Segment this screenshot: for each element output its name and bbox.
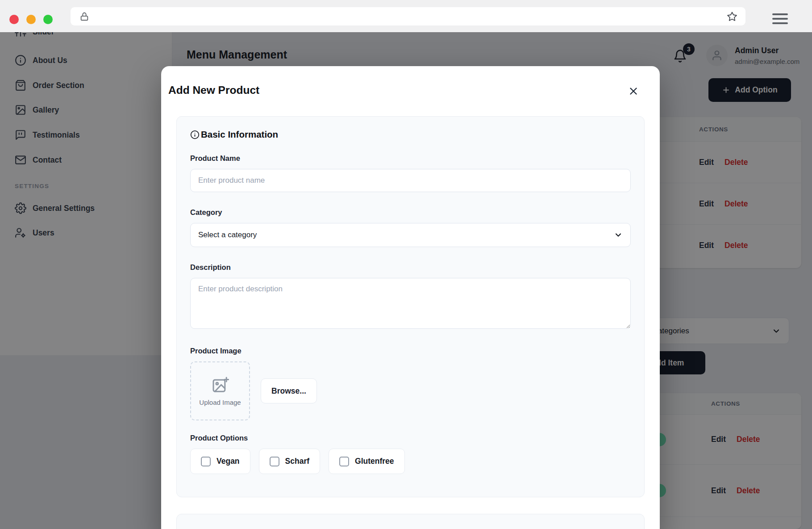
close-button[interactable] bbox=[625, 83, 641, 99]
description-textarea[interactable] bbox=[190, 278, 631, 329]
product-name-input[interactable] bbox=[190, 169, 631, 192]
url-input[interactable] bbox=[94, 13, 722, 20]
product-image-label: Product Image bbox=[190, 347, 631, 355]
bookmark-star-icon[interactable] bbox=[727, 11, 737, 22]
minimize-window-button[interactable] bbox=[26, 15, 36, 24]
option-label: Scharf bbox=[285, 457, 309, 466]
product-image-row: Upload Image Browse... bbox=[190, 361, 631, 420]
option-glutenfree-checkbox[interactable]: Glutenfree bbox=[329, 449, 405, 474]
section-heading-text: Basic Information bbox=[201, 129, 278, 140]
upload-image-dropzone[interactable]: Upload Image bbox=[190, 361, 250, 420]
next-section-box bbox=[176, 514, 645, 529]
section-heading: Basic Information bbox=[190, 129, 631, 140]
product-name-label: Product Name bbox=[190, 154, 631, 163]
option-scharf-checkbox[interactable]: Scharf bbox=[259, 449, 320, 474]
close-window-button[interactable] bbox=[9, 15, 19, 24]
browse-button[interactable]: Browse... bbox=[261, 378, 317, 403]
upload-image-text: Upload Image bbox=[199, 399, 241, 406]
product-options-group: Vegan Scharf Glutenfree bbox=[190, 449, 631, 474]
lock-icon bbox=[79, 12, 89, 21]
category-select[interactable]: Select a category bbox=[190, 223, 631, 247]
product-options-label: Product Options bbox=[190, 434, 631, 442]
option-label: Vegan bbox=[217, 457, 240, 466]
checkbox-icon bbox=[270, 457, 279, 466]
browser-chrome bbox=[0, 0, 812, 32]
menu-hamburger-icon[interactable] bbox=[772, 13, 788, 24]
add-new-product-modal: Add New Product Basic Information Produc… bbox=[161, 66, 660, 529]
checkbox-icon bbox=[339, 457, 349, 466]
category-select-value: Select a category bbox=[198, 231, 614, 239]
checkbox-icon bbox=[201, 457, 211, 466]
description-label: Description bbox=[190, 263, 631, 272]
modal-title: Add New Product bbox=[168, 84, 259, 97]
option-vegan-checkbox[interactable]: Vegan bbox=[190, 449, 250, 474]
address-bar[interactable] bbox=[71, 7, 745, 25]
app-page: Slider About Us Order Section Gallery Te… bbox=[0, 32, 812, 529]
info-icon bbox=[190, 130, 200, 139]
image-plus-icon bbox=[211, 376, 229, 394]
close-icon bbox=[628, 85, 639, 97]
option-label: Glutenfree bbox=[355, 457, 394, 466]
traffic-lights bbox=[9, 15, 53, 24]
category-label: Category bbox=[190, 208, 631, 217]
basic-information-section: Basic Information Product Name Category … bbox=[176, 116, 645, 497]
chevron-down-icon bbox=[614, 231, 623, 239]
zoom-window-button[interactable] bbox=[43, 15, 53, 24]
